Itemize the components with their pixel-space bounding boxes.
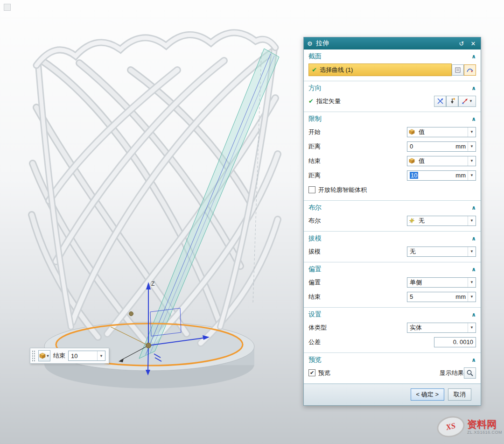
settings-group-header[interactable]: 设置 ∧	[304, 308, 481, 320]
list-icon	[455, 67, 461, 73]
start-distance-value: 0	[407, 143, 455, 150]
chevron-up-icon[interactable]: ∧	[471, 266, 476, 273]
limits-group-title: 限制	[308, 115, 322, 123]
chevron-up-icon[interactable]: ∧	[471, 357, 476, 363]
dropdown-caret-icon: ▼	[46, 354, 50, 358]
offset-end-label: 结束	[308, 293, 321, 301]
preview-group-title: 预览	[308, 356, 322, 364]
select-curve-label: 选择曲线 (1)	[320, 66, 353, 74]
offset-group-header[interactable]: 偏置 ∧	[304, 262, 481, 275]
offset-type-value: 单侧	[407, 278, 468, 287]
start-label: 开始	[308, 128, 321, 136]
start-distance-unit: mm	[455, 143, 468, 150]
specify-vector-label: 指定矢量	[316, 97, 341, 106]
dropdown-caret-icon: ▼	[468, 278, 476, 287]
boolean-dropdown[interactable]: 无 ▼	[407, 216, 476, 226]
offset-end-unit: mm	[455, 293, 468, 300]
vector-dialog-button[interactable]: ▼	[458, 96, 476, 107]
preview-checkbox[interactable]: ✔	[308, 369, 315, 376]
draft-group: 拔模 ∧ 拔模 无 ▼	[304, 232, 481, 262]
chevron-up-icon[interactable]: ∧	[471, 85, 476, 92]
extrude-option-button[interactable]: ▼	[38, 350, 50, 361]
watermark-logo: XS	[435, 413, 467, 440]
offset-label: 偏置	[308, 278, 321, 287]
draft-group-header[interactable]: 拔模 ∧	[304, 232, 481, 244]
end-distance-label: 距离	[308, 171, 321, 180]
mini-end-label: 结束	[53, 352, 65, 360]
curve-tool-icon	[466, 66, 474, 74]
start-type-dropdown[interactable]: 值 ▼	[407, 127, 476, 137]
dropdown-caret-icon: ▼	[469, 99, 473, 103]
mini-end-distance-combo[interactable]: 10 ▼	[68, 351, 105, 361]
body-type-dropdown[interactable]: 实体 ▼	[407, 323, 476, 333]
open-profile-checkbox[interactable]	[308, 186, 315, 193]
tolerance-label: 公差	[308, 338, 321, 346]
drag-handle-icon[interactable]	[32, 350, 35, 361]
body-type-label: 体类型	[308, 324, 327, 332]
end-type-dropdown[interactable]: 值 ▼	[407, 156, 476, 166]
cube-icon	[39, 352, 46, 359]
dropdown-caret-icon: ▼	[97, 351, 105, 360]
two-point-vector-button[interactable]	[434, 96, 446, 107]
reset-icon[interactable]: ↺	[457, 41, 466, 47]
offset-group-title: 偏置	[308, 265, 322, 274]
chevron-up-icon[interactable]: ∧	[471, 53, 476, 60]
watermark-url: ZL.XS1616.COM	[467, 430, 502, 435]
application-window: Z ▼ 结束 10 ▼ ⚙ 拉伸 ↺ ✕	[0, 0, 504, 444]
limits-group: 限制 ∧ 开始 值 ▼ 距离 0 mm ▼	[304, 112, 481, 201]
boolean-group-header[interactable]: 布尔 ∧	[304, 201, 481, 213]
lattice-basket[interactable]	[32, 33, 278, 343]
draft-label: 拔模	[308, 247, 321, 256]
select-curve-field[interactable]: ✔ 选择曲线 (1)	[308, 63, 452, 76]
section-group-title: 截面	[308, 52, 322, 61]
end-distance-field[interactable]: 10 mm ▼	[407, 170, 476, 181]
settings-group-title: 设置	[308, 310, 322, 319]
onscreen-input-toolbar: ▼ 结束 10 ▼	[30, 348, 109, 364]
direction-group-title: 方向	[308, 84, 322, 92]
offset-group: 偏置 ∧ 偏置 单侧 ▼ 结束 5 mm ▼	[304, 262, 481, 308]
chevron-up-icon[interactable]: ∧	[471, 204, 476, 211]
check-icon: ✔	[308, 98, 314, 105]
section-group-header[interactable]: 截面 ∧	[304, 49, 481, 62]
tolerance-value: 0. 0010	[453, 338, 473, 345]
open-profile-label: 开放轮廓智能体积	[318, 186, 367, 194]
ok-button[interactable]: < 确定 >	[411, 388, 444, 401]
show-result-label: 显示结果	[440, 369, 464, 377]
start-type-value: 值	[416, 128, 468, 136]
limits-group-header[interactable]: 限制 ∧	[304, 112, 481, 125]
mini-end-distance-value: 10	[69, 352, 97, 359]
graphics-viewport[interactable]: Z	[0, 0, 308, 444]
dialog-titlebar[interactable]: ⚙ 拉伸 ↺ ✕	[304, 37, 481, 49]
dropdown-caret-icon: ▼	[468, 127, 476, 137]
boolean-value: 无	[416, 217, 468, 225]
start-distance-field[interactable]: 0 mm ▼	[407, 141, 476, 152]
end-distance-unit: mm	[455, 172, 468, 179]
dropdown-caret-icon: ▼	[468, 216, 476, 226]
body-type-value: 实体	[407, 324, 468, 332]
chevron-up-icon[interactable]: ∧	[471, 311, 476, 318]
gear-icon: ⚙	[307, 41, 313, 47]
magnifier-icon	[466, 369, 474, 377]
end-type-value: 值	[416, 157, 468, 165]
cancel-button[interactable]: 取消	[448, 388, 471, 401]
offset-end-field[interactable]: 5 mm ▼	[407, 292, 476, 302]
draft-group-title: 拔模	[308, 234, 322, 243]
selection-list-button[interactable]	[452, 64, 464, 76]
direction-group-header[interactable]: 方向 ∧	[304, 81, 481, 94]
show-result-button[interactable]	[464, 367, 476, 379]
direction-group: 方向 ∧ ✔ 指定矢量	[304, 81, 481, 112]
draft-dropdown[interactable]: 无 ▼	[407, 247, 476, 257]
curve-select-tool-button[interactable]	[464, 64, 476, 76]
draft-value: 无	[407, 247, 468, 256]
boolean-group: 布尔 ∧ 布尔 无 ▼	[304, 201, 481, 232]
preview-group-header[interactable]: 预览 ∧	[304, 353, 481, 366]
tolerance-field[interactable]: 0. 0010	[434, 337, 476, 347]
chevron-up-icon[interactable]: ∧	[471, 116, 476, 122]
dropdown-caret-icon: ▼	[468, 156, 476, 166]
chevron-up-icon[interactable]: ∧	[471, 235, 476, 242]
end-distance-value: 10	[410, 172, 418, 179]
offset-type-dropdown[interactable]: 单侧 ▼	[407, 277, 476, 288]
close-icon[interactable]: ✕	[469, 41, 477, 47]
inferred-vector-button[interactable]	[446, 96, 458, 107]
check-icon: ✔	[312, 66, 317, 73]
